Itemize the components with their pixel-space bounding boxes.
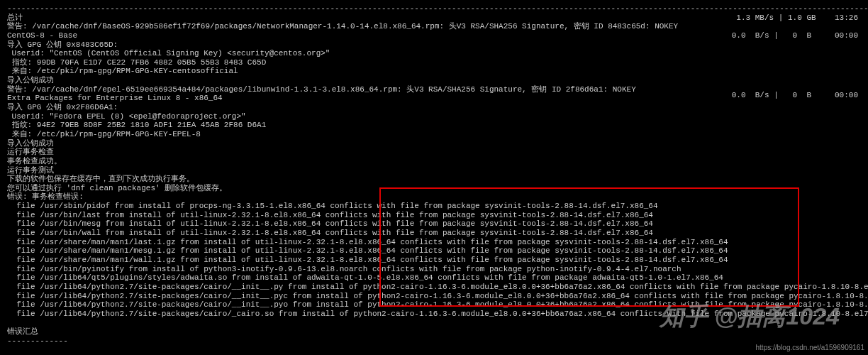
import-success-1: 导入公钥成功	[7, 76, 861, 85]
trans-ok: 事务检查成功。	[7, 157, 861, 166]
conflict-line: file /usr/bin/pyinotify from install of …	[7, 265, 861, 274]
import-success-2: 导入公钥成功	[7, 139, 861, 148]
conflict-block: file /usr/sbin/pidof from install of pro…	[7, 202, 861, 318]
conflict-line: file /usr/bin/last from install of util-…	[7, 211, 861, 220]
conflict-line: file /usr/lib64/python2.7/site-packages/…	[7, 292, 861, 301]
blank-line-2	[7, 345, 861, 354]
cache-msg: 下载的软件包保存在缓存中，直到下次成功执行事务。	[7, 175, 861, 184]
gpg1-userid: Userid: "CentOS (CentOS Official Signing…	[7, 49, 861, 58]
gpg2-from: 来自: /etc/pki/rpm-gpg/RPM-GPG-KEY-EPEL-8	[7, 130, 861, 139]
stats-line-1: 1.3 MB/s | 1.0 GB 13:26	[736, 13, 858, 23]
zhihu-watermark: 知乎 @抽离1024	[660, 302, 840, 330]
conflict-line: file /usr/share/man/man1/mesg.1.gz from …	[7, 246, 861, 256]
gpg1-fingerprint: 指纹: 99DB 70FA E1D7 CE22 7FB6 4882 05B5 5…	[7, 58, 861, 67]
conflict-line: file /usr/bin/mesg from install of util-…	[7, 219, 861, 229]
conflict-line: file /usr/share/man/man1/last.1.gz from …	[7, 238, 861, 247]
conflict-line: file /usr/lib64/qt5/plugins/styles/adwai…	[7, 273, 861, 283]
conflict-line: file /usr/share/man/man1/wall.1.gz from …	[7, 256, 861, 265]
stats-line-3: 0.0 B/s | 0 B 00:00	[732, 91, 858, 100]
trans-check: 运行事务检查	[7, 148, 861, 157]
error-header: 错误: 事务检查错误:	[7, 192, 861, 202]
warning-1: 警告: /var/cache/dnf/BaseOS-929b586ef1f72f…	[7, 22, 861, 31]
conflict-line: file /usr/sbin/pidof from install of pro…	[7, 202, 861, 211]
conflict-line: file /usr/bin/wall from install of util-…	[7, 229, 861, 238]
stats-line-2: 0.0 B/s | 0 B 00:00	[732, 31, 858, 40]
gpg1-from: 来自: /etc/pki/rpm-gpg/RPM-GPG-KEY-centoso…	[7, 67, 861, 76]
gpg1-import: 导入 GPG 公钥 0x8483C65D:	[7, 40, 861, 50]
trans-test: 运行事务测试	[7, 166, 861, 175]
gpg2-userid: Userid: "Fedora EPEL (8) <epel@fedorapro…	[7, 112, 861, 121]
error-summary-dashes: -------------	[7, 337, 861, 346]
summary-label: 总计	[7, 13, 861, 23]
gpg2-fingerprint: 指纹: 94E2 79EB 8D8F 25B2 1810 ADF1 21EA 4…	[7, 121, 861, 130]
dash-line-top: ----------------------------------------…	[7, 4, 861, 13]
clean-msg: 您可以通过执行 'dnf clean packages' 删除软件包缓存。	[7, 184, 861, 193]
gpg2-import: 导入 GPG 公钥 0x2F86D6A1:	[7, 103, 861, 112]
conflict-line: file /usr/lib64/python2.7/site-packages/…	[7, 283, 861, 292]
csdn-url-label: https://blog.csdn.net/a1596909161	[756, 344, 864, 352]
